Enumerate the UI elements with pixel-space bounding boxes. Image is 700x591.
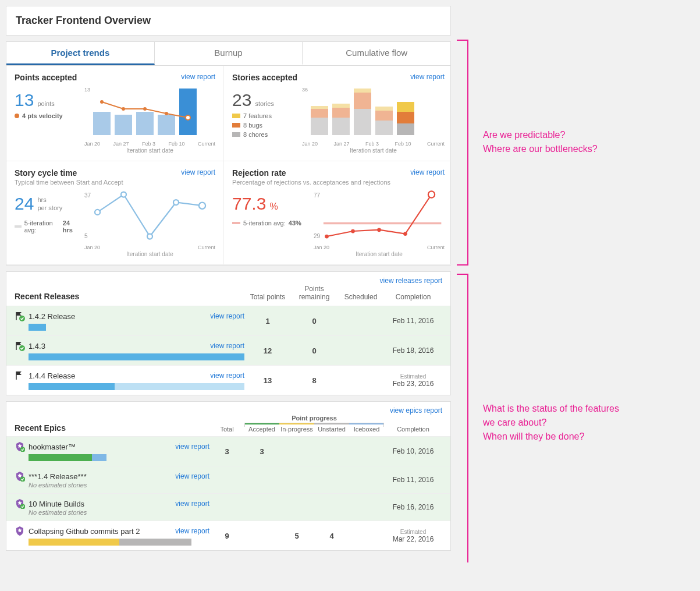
svg-rect-14 [311,106,328,109]
view-report-link[interactable]: view report [181,73,215,81]
epic-icon [15,498,25,509]
svg-point-37 [325,235,329,239]
cycle-time-panel: Story cycle time Typical time between St… [6,161,224,265]
view-report-link[interactable]: view report [410,73,445,81]
points-chart: 13 [84,86,201,138]
page-title: Tracker Frontend Overview [16,15,441,27]
svg-rect-1 [93,112,111,135]
svg-text:13: 13 [84,87,90,93]
flag-icon [15,341,25,351]
avg-swatch-icon [232,222,240,224]
features-swatch-icon [232,114,240,118]
trends-card: Project trends Burnup Cumulative flow Po… [6,41,451,266]
view-report-link[interactable]: view report [175,527,209,535]
view-report-link[interactable]: view report [410,168,445,176]
points-accepted-title: Points accepted [15,73,77,82]
svg-rect-24 [397,123,414,135]
svg-point-41 [428,191,435,197]
epic-row: Collapsing Github commits part 2 view re… [6,521,450,550]
rejection-chart: 77 29 [314,189,445,242]
points-value: 13 [15,90,34,110]
epic-name: hookmaster™ [29,443,76,451]
release-name: 1.4.4 Release [29,371,75,380]
flag-icon [15,311,25,321]
svg-point-10 [186,115,190,120]
velocity-dot-icon [15,114,19,118]
svg-point-6 [100,100,104,104]
svg-rect-19 [354,93,371,109]
release-row: 1.4.3 view report 12 0 Feb 18, 2016 [6,335,450,365]
avg-swatch-icon [15,225,22,228]
svg-rect-25 [397,112,414,123]
releases-card: view releases report Recent Releases Tot… [6,271,451,395]
bugs-swatch-icon [232,123,240,128]
tab-burnup[interactable]: Burnup [155,42,303,65]
epic-name: Collapsing Github commits part 2 [29,527,140,536]
annotation-top: Are we predictable?Where are our bottlen… [483,128,598,156]
tab-project-trends[interactable]: Project trends [6,42,155,65]
cycle-chart: 37 5 [84,189,215,242]
svg-point-33 [199,203,205,209]
view-report-link[interactable]: view report [175,443,209,451]
svg-rect-22 [375,111,393,121]
svg-point-29 [95,210,100,215]
view-report-link[interactable]: view report [175,500,209,508]
svg-point-9 [165,112,168,115]
release-name: 1.4.3 [29,342,45,351]
chores-swatch-icon [232,132,240,137]
epic-row: 10 Minute Builds view report No estimate… [6,493,450,521]
view-report-link[interactable]: view report [210,371,244,380]
bracket-icon [457,40,468,266]
release-name: 1.4.2 Release [29,312,75,321]
points-accepted-panel: Points accepted view report 13 points 4 … [6,66,224,161]
svg-rect-5 [179,89,197,135]
svg-rect-17 [332,104,350,108]
svg-rect-3 [136,112,154,135]
view-report-link[interactable]: view report [181,168,215,176]
svg-rect-21 [375,121,393,135]
epics-card: view epics report Recent Epics Total Poi… [6,401,451,551]
svg-point-40 [403,232,407,236]
rejection-panel: Rejection rate Percentage of rejections … [224,161,453,265]
svg-text:36: 36 [302,87,308,93]
view-report-link[interactable]: view report [175,472,209,480]
svg-text:5: 5 [84,233,88,239]
svg-rect-12 [311,118,328,135]
svg-text:37: 37 [84,192,91,199]
svg-text:77: 77 [314,192,321,199]
flag-icon [15,370,25,381]
svg-point-39 [377,228,381,232]
release-row: 1.4.2 Release view report 1 0 Feb 11, 20… [6,306,450,335]
svg-rect-16 [332,108,350,118]
epic-icon [15,441,25,452]
svg-point-31 [147,234,152,239]
view-epics-report-link[interactable]: view epics report [390,406,442,415]
svg-point-32 [173,200,179,205]
svg-rect-18 [354,109,371,135]
epic-row: hookmaster™ view report 3 3 Feb 10, 2016 [6,436,450,466]
view-report-link[interactable]: view report [210,312,244,320]
svg-rect-13 [311,109,328,118]
epic-name: 10 Minute Builds [29,500,84,508]
view-report-link[interactable]: view report [210,342,244,350]
svg-rect-2 [115,115,132,135]
svg-rect-23 [375,107,393,111]
tab-cumulative-flow[interactable]: Cumulative flow [303,42,450,65]
release-row: 1.4.4 Release view report 13 8 Estimated… [6,365,450,395]
view-releases-report-link[interactable]: view releases report [380,277,442,285]
svg-point-30 [121,192,126,197]
svg-point-38 [351,229,355,233]
stories-chart: 36 [302,86,418,138]
svg-rect-4 [158,115,175,135]
trends-tabs: Project trends Burnup Cumulative flow [6,42,450,66]
svg-rect-15 [332,118,350,135]
svg-point-7 [122,107,125,111]
svg-point-8 [143,107,147,111]
svg-text:29: 29 [314,233,321,239]
page-title-card: Tracker Frontend Overview [6,6,451,36]
stories-accepted-panel: Stories accepted view report 23 stories … [224,66,453,161]
svg-rect-26 [397,102,414,112]
svg-rect-20 [354,89,371,93]
epic-name: ***1.4 Release*** [29,472,87,481]
epic-icon [15,526,25,536]
